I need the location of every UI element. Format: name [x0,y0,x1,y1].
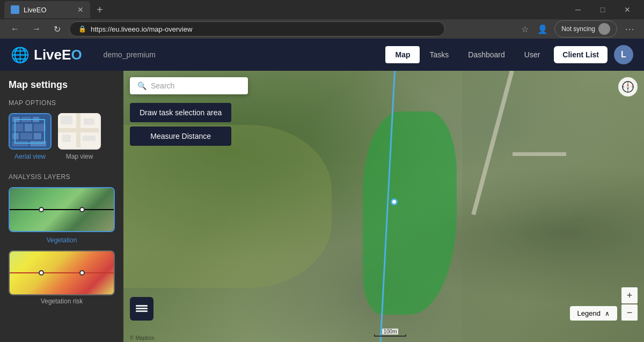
aerial-view-label: Aerial view [14,153,46,160]
svg-marker-23 [627,87,629,91]
logo: 🌐 LiveEO [11,46,82,64]
aerial-view-option[interactable]: Aerial view [9,113,52,160]
svg-marker-22 [627,83,629,87]
svg-rect-29 [136,308,148,309]
terrain-field-left [123,125,332,288]
vegetation-layer-bg [10,188,114,231]
scale-bar: 100m [374,329,406,337]
client-list-button[interactable]: Client List [554,46,608,63]
active-tab[interactable]: LiveEO ✕ [4,1,90,18]
draw-task-button[interactable]: Draw task selection area [130,103,231,122]
vegetation-risk-layer-card[interactable] [9,250,115,295]
tab-title: LiveEO [24,6,47,14]
nav-item-user[interactable]: User [515,46,550,63]
road-horizontal [513,152,566,156]
logo-text: LiveEO [34,47,82,63]
demo-label: demo_premium [104,50,156,59]
zoom-controls: + − [621,287,638,321]
compass-svg [621,80,634,93]
scale-label: 100m [382,329,398,334]
refresh-button[interactable]: ↻ [49,22,65,36]
svg-rect-10 [34,133,41,139]
legend-bar[interactable]: Legend ∧ [570,306,617,321]
close-button[interactable]: ✕ [615,0,640,19]
map-thumb-svg [58,113,99,147]
svg-rect-18 [84,118,94,125]
minimize-button[interactable]: ─ [566,0,590,19]
vegetation-layer-label: Vegetation [9,236,115,244]
address-bar[interactable]: 🔒 https://eu.liveeo.io/map-overview [69,21,445,36]
nav-item-map[interactable]: Map [385,46,420,63]
map-search-bar[interactable]: 🔍 Search [130,77,248,94]
tab-favicon [11,5,19,14]
compass-icon[interactable] [618,77,638,96]
mapbox-attribution: © Mapbox [130,335,155,341]
maximize-button[interactable]: □ [590,0,615,19]
profile-button[interactable]: 👤 [535,22,550,36]
vegrisk-dot-right [79,270,85,276]
terrain-field-right [462,71,645,342]
analysis-layers-label: Analysis layers [9,173,115,181]
layers-icon [136,303,148,315]
sync-avatar [598,23,610,35]
user-avatar[interactable]: L [614,45,633,64]
svg-rect-9 [20,133,32,139]
measure-distance-button[interactable]: Measure Distance [130,127,231,146]
svg-rect-20 [83,136,96,141]
layers-fab-button[interactable] [130,297,153,321]
back-button[interactable]: ← [6,22,24,36]
map-options-grid: Aerial view [9,113,115,160]
vegetation-layer-thumb [10,188,114,231]
scale-line [374,334,406,337]
svg-rect-30 [136,305,148,307]
svg-rect-16 [76,113,80,147]
svg-rect-19 [62,135,71,142]
map-search-input[interactable]: 🔍 Search [130,77,248,94]
map-view-option[interactable]: Map view [58,113,101,160]
map-buttons: Draw task selection area Measure Distanc… [130,103,231,146]
aerial-view-thumb [9,113,52,150]
map-background: 🔍 Search Draw task selection area Measur… [123,71,644,342]
map-thumb-bg [58,113,101,150]
legend-label: Legend [577,309,601,317]
svg-rect-28 [136,310,148,312]
svg-rect-17 [61,116,72,124]
aerial-thumb-svg [10,114,50,148]
map-area[interactable]: 🔍 Search Draw task selection area Measur… [123,71,644,342]
vegetation-risk-layer-thumb [10,251,114,294]
nav-item-tasks[interactable]: Tasks [420,46,458,63]
star-button[interactable]: ☆ [519,22,531,36]
map-view-label: Map view [66,153,93,160]
lock-icon: 🔒 [78,25,86,33]
vegetation-layer-card[interactable] [9,187,115,232]
vegetation-dot-right [79,207,85,212]
address-text: https://eu.liveeo.io/map-overview [91,25,192,33]
vegetation-risk-layer-label: Vegetation risk [9,298,115,305]
nav-items: Map Tasks Dashboard User Client List L [385,45,633,64]
not-syncing-button[interactable]: Not syncing [554,20,617,38]
legend-chevron-icon: ∧ [605,310,610,317]
nav-item-dashboard[interactable]: Dashboard [458,46,515,63]
browser-menu-icon[interactable]: ⋯ [621,21,638,37]
tab-close-icon[interactable]: ✕ [77,5,84,14]
forward-button[interactable]: → [28,22,45,36]
svg-rect-7 [34,124,46,131]
not-syncing-label: Not syncing [561,25,595,33]
map-view-thumb [58,113,101,150]
search-placeholder: Search [151,81,174,90]
aerial-thumb-bg [10,114,50,148]
sidebar-title: Map settings [9,79,115,91]
sidebar: Map settings Map options [0,71,123,342]
vegetation-dot-left [39,207,44,212]
vegrisk-dot-left [39,270,44,276]
new-tab-button[interactable]: + [92,4,107,16]
zoom-in-button[interactable]: + [621,287,638,303]
zoom-out-button[interactable]: − [621,304,638,321]
vegetation-risk-layer-bg [10,251,114,294]
svg-rect-5 [12,124,23,131]
svg-rect-6 [25,124,32,131]
logo-globe-icon: 🌐 [11,46,30,64]
navbar: 🌐 LiveEO demo_premium Map Tasks Dashboar… [0,39,644,71]
map-options-label: Map options [9,99,115,107]
green-vegetation-area [363,111,457,315]
